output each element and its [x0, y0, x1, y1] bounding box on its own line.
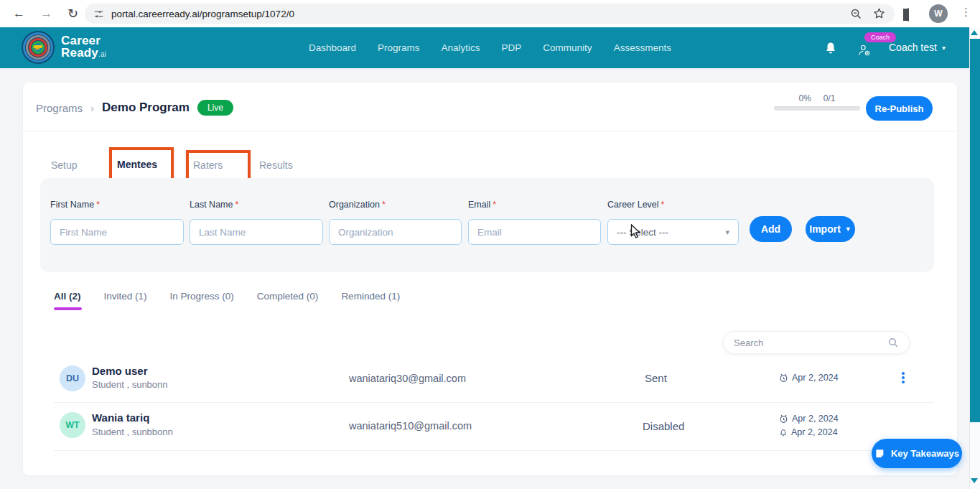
organization-label: Organization* [329, 200, 386, 210]
nav-assessments[interactable]: Assessments [614, 42, 671, 53]
address-bar[interactable]: portal.careerready.ai/programsetup/1072/… [85, 4, 895, 24]
email-label: Email* [468, 200, 496, 210]
email-input[interactable] [468, 219, 601, 245]
filter-all[interactable]: All (2) [54, 291, 81, 302]
publish-progress-bar [774, 106, 860, 111]
row-divider [54, 450, 934, 451]
key-takeaways-button[interactable]: Key Takeaways [872, 439, 962, 468]
clock-icon [779, 414, 788, 424]
scrollbar-down-icon[interactable] [971, 478, 978, 483]
scrollbar-up-icon[interactable] [971, 30, 978, 35]
graduation-cap-icon [33, 45, 42, 48]
app-header: Career Ready.ai Dashboard Programs Analy… [0, 27, 969, 68]
nav-dashboard[interactable]: Dashboard [309, 42, 356, 53]
search-icon[interactable] [887, 337, 899, 348]
nav-community[interactable]: Community [543, 42, 592, 53]
avatar: WT [60, 412, 85, 438]
careerready-logo[interactable]: Career Ready.ai [22, 31, 106, 64]
browser-menu-icon[interactable]: ⋮ [961, 6, 971, 19]
mentee-name: Wania tariq [92, 411, 149, 424]
annotation-box-mentees [109, 147, 174, 182]
last-name-input[interactable] [190, 219, 323, 245]
notifications-bell-icon[interactable] [824, 41, 837, 55]
add-mentee-form: First Name* Last Name* Organization* Ema… [40, 178, 934, 272]
add-button[interactable]: Add [750, 216, 792, 242]
reminded-date: Apr 2, 2024 [779, 427, 838, 437]
browser-profile-avatar[interactable]: W [929, 4, 948, 23]
nav-programs[interactable]: Programs [378, 42, 420, 53]
breadcrumb: Programs › Demo Program Live [36, 100, 233, 116]
mouse-cursor [630, 224, 641, 239]
url-text[interactable]: portal.careerready.ai/programsetup/1072/… [111, 9, 850, 19]
invited-date: Apr 2, 2024 [779, 373, 839, 383]
logo-rings-icon [22, 31, 55, 64]
note-icon [874, 448, 886, 460]
organization-input[interactable] [329, 219, 462, 245]
chevron-down-icon: ▾ [725, 228, 729, 237]
filter-invited[interactable]: Invited (1) [104, 291, 147, 302]
career-level-select[interactable]: --- Select --- ▾ [607, 219, 739, 245]
active-filter-underline [54, 307, 82, 310]
user-menu[interactable]: Coach test ▾ [889, 42, 946, 53]
mentee-subtitle: Student , sunbonn [92, 379, 168, 390]
filter-completed[interactable]: Completed (0) [257, 291, 319, 302]
search-input[interactable] [734, 337, 887, 348]
logo-text: Career Ready.ai [61, 34, 106, 60]
browser-reload-icon[interactable]: ↻ [67, 6, 78, 22]
invite-status: Disabled [643, 420, 684, 432]
zoom-out-icon[interactable] [850, 8, 862, 20]
header-divider [23, 131, 957, 131]
coach-profile-icon[interactable] [857, 43, 872, 57]
invited-date: Apr 2, 2024 [779, 414, 839, 424]
search-box [723, 331, 910, 354]
chevron-down-icon: ▾ [942, 44, 946, 52]
reminder-bell-icon [779, 428, 788, 437]
coach-role-badge: Coach [864, 32, 896, 42]
first-name-input[interactable] [50, 219, 184, 245]
main-nav: Dashboard Programs Analytics PDP Communi… [309, 27, 671, 68]
live-status-badge: Live [197, 100, 233, 116]
row-divider [54, 402, 934, 403]
career-level-label: Career Level* [607, 200, 664, 210]
breadcrumb-programs-link[interactable]: Programs [36, 102, 83, 114]
first-name-label: First Name* [50, 200, 100, 210]
publish-progress-labels: 0% 0/1 [774, 93, 860, 103]
browser-forward-icon[interactable]: → [40, 6, 52, 21]
browser-back-icon[interactable]: ← [13, 6, 25, 21]
row-actions-menu-icon[interactable] [900, 370, 907, 386]
breadcrumb-separator-icon: › [90, 102, 94, 114]
invite-status: Sent [645, 372, 667, 384]
tab-results[interactable]: Results [259, 159, 293, 171]
last-name-label: Last Name* [190, 200, 238, 210]
status-filter-tabs: All (2) Invited (1) In Progress (0) Comp… [54, 291, 400, 302]
mentee-subtitle: Student , sunbbonn [92, 427, 173, 437]
filter-in-progress[interactable]: In Progress (0) [170, 291, 234, 302]
progress-percent: 0% [798, 93, 811, 103]
clock-icon [779, 373, 788, 383]
progress-ratio: 0/1 [823, 93, 836, 103]
scrollbar-thumb[interactable] [970, 39, 980, 422]
nav-analytics[interactable]: Analytics [442, 42, 480, 53]
avatar: DU [60, 365, 85, 391]
mentee-name: Demo user [92, 365, 148, 377]
site-settings-icon[interactable] [93, 9, 104, 19]
browser-toolbar: ← → ↻ portal.careerready.ai/programsetup… [0, 0, 980, 27]
page-title: Demo Program [102, 101, 190, 115]
chevron-down-icon: ▼ [845, 225, 851, 233]
tab-setup[interactable]: Setup [51, 159, 78, 171]
mentee-email: waniatariq30@gmail.com [349, 373, 466, 384]
mentee-email: waniatariq510@gmail.com [349, 420, 472, 432]
import-button[interactable]: Import▼ [806, 216, 855, 242]
republish-button[interactable]: Re-Publish [866, 96, 933, 121]
filter-reminded[interactable]: Reminded (1) [341, 291, 400, 302]
career-level-value: --- Select --- [617, 227, 668, 238]
program-setup-card: Programs › Demo Program Live 0% 0/1 Re-P… [23, 83, 957, 475]
side-panel-icon[interactable] [907, 8, 909, 22]
bookmark-star-icon[interactable] [872, 7, 886, 20]
nav-pdp[interactable]: PDP [502, 42, 522, 53]
